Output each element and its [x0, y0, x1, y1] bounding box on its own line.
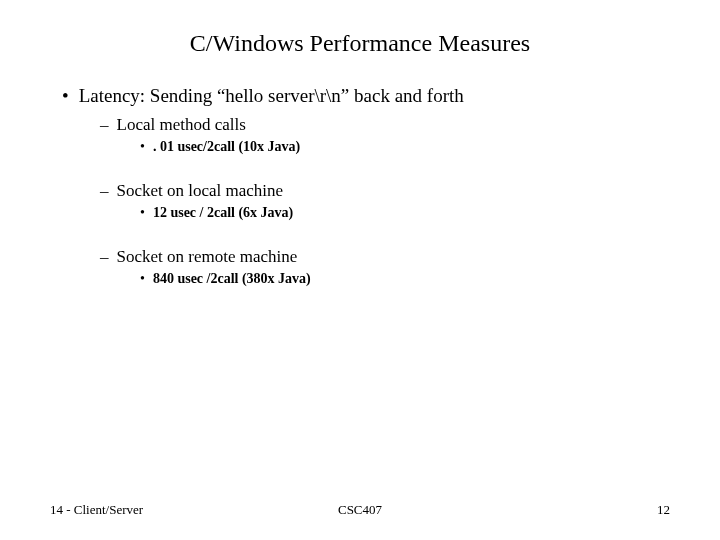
bullet-level3-local-method-detail: • . 01 usec/2call (10x Java) — [140, 139, 670, 155]
bullet-l3-text: . 01 usec/2call (10x Java) — [153, 139, 300, 155]
footer-page-number: 12 — [657, 502, 670, 518]
bullet-l1-text: Latency: Sending “hello server\r\n” back… — [79, 85, 464, 107]
bullet-l2-text: Socket on remote machine — [117, 247, 298, 267]
dash-icon: – — [100, 181, 109, 201]
bullet-level3-socket-local-detail: • 12 usec / 2call (6x Java) — [140, 205, 670, 221]
slide-title: C/Windows Performance Measures — [50, 30, 670, 57]
slide-footer: 14 - Client/Server CSC407 12 — [50, 502, 670, 518]
bullet-level2-local-method: – Local method calls — [100, 115, 670, 135]
bullet-l3-text: 12 usec / 2call (6x Java) — [153, 205, 293, 221]
bullet-l2-text: Socket on local machine — [117, 181, 284, 201]
bullet-level1-latency: • Latency: Sending “hello server\r\n” ba… — [62, 85, 670, 107]
bullet-dot-icon: • — [140, 271, 145, 287]
bullet-l2-text: Local method calls — [117, 115, 246, 135]
dash-icon: – — [100, 247, 109, 267]
footer-left: 14 - Client/Server — [50, 502, 143, 518]
bullet-level2-socket-remote: – Socket on remote machine — [100, 247, 670, 267]
bullet-level3-socket-remote-detail: • 840 usec /2call (380x Java) — [140, 271, 670, 287]
bullet-l3-text: 840 usec /2call (380x Java) — [153, 271, 311, 287]
bullet-level2-socket-local: – Socket on local machine — [100, 181, 670, 201]
footer-center: CSC407 — [338, 502, 382, 518]
dash-icon: – — [100, 115, 109, 135]
bullet-dot-icon: • — [140, 139, 145, 155]
bullet-dot-icon: • — [140, 205, 145, 221]
bullet-dot-icon: • — [62, 85, 69, 107]
